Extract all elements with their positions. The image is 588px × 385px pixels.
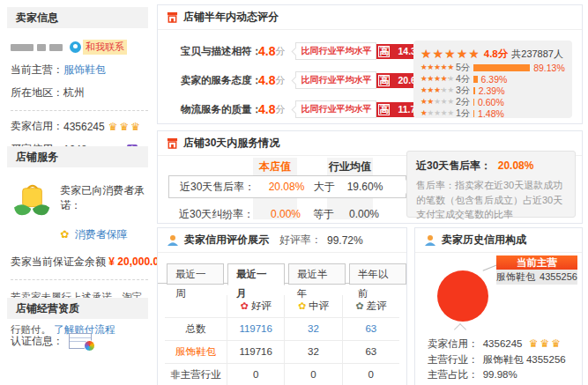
aftersale-rate-row[interactable]: 近30天售后率： 20.08% 大于 19.60% [168, 175, 406, 198]
location-label: 所在地区： [11, 85, 63, 100]
promise-block: 卖家已向消费者承诺： ✿ 消费者保障 [11, 178, 148, 242]
rating-unit: 分 [275, 45, 285, 58]
shop-service-title: 店铺服务 [7, 146, 148, 167]
dist-percent: 0.60% [478, 97, 504, 107]
rating-table: ✿好评 ✿中评 ✿差评 总数 119716 32 63 服饰鞋包 119716 … [165, 295, 399, 385]
certificate-icon[interactable] [69, 333, 92, 349]
history-label: 主营行业： [428, 354, 479, 365]
rating-unit: 分 [275, 103, 285, 116]
higher-badge: 高 [376, 102, 391, 117]
dist-bar [473, 76, 478, 83]
tab-last-week[interactable]: 最近一周 [167, 263, 224, 285]
cell-value-link[interactable]: 63 [365, 323, 376, 334]
service-relation: 大于 [309, 176, 340, 197]
deposit-label: 卖家当前保证金余额 [11, 255, 106, 268]
contact-seller-badge[interactable]: 和我联系 [83, 40, 127, 55]
cell-value: 32 [284, 341, 341, 363]
seller-name-redacted [11, 44, 33, 51]
tab-last-halfyear[interactable]: 最近半年 [288, 263, 346, 285]
history-value: 99.98% [483, 369, 517, 380]
table-row: 非主营行业 0 0 0 [165, 364, 399, 385]
panel-title: 卖家信用评价展示 [184, 233, 269, 248]
credit-history-panel: 卖家历史信用构成 当前主营 服饰鞋包 4355256 卖家信用： 4356245… [414, 227, 583, 385]
star-icons-on: ★★★★★ [421, 98, 435, 106]
dist-percent: 89.13% [533, 63, 565, 73]
star-icons-on: ★★★★★ [421, 86, 442, 94]
history-main-ratio-row: 主营占比： 99.98% [428, 368, 517, 381]
wangwang-icon[interactable] [70, 41, 81, 53]
dist-label: 5分 [456, 62, 473, 74]
consumer-guarantee-link[interactable]: 消费者保障 [75, 228, 128, 241]
seller-name-row: 和我联系 [11, 40, 148, 55]
cell-value-link[interactable]: 119716 [239, 323, 272, 334]
aftersale-detail-box: 近30天售后率： 20.08% 售后率：指卖家在近30天退款成功的笔数（包含售后… [406, 151, 576, 218]
time-range-tabs: 最近一周 最近一月 最近半年 半年以前 [167, 263, 406, 285]
rating-row: 卖家的服务态度： 4.8 分 比同行业平均水平 高 20.66% [181, 71, 435, 89]
cell-value: 0 [227, 364, 284, 385]
summary-stars: ★★★★★★★★★★ 4.8分 共237887人 [421, 46, 565, 62]
distribution-row: ★★★★★★★★★★ 1分 1.48% [421, 107, 565, 119]
tab-last-month[interactable]: 最近一月 [227, 263, 285, 285]
summary-count: 共237887人 [511, 48, 563, 61]
location-value: 杭州 [63, 85, 85, 100]
dist-bar [473, 99, 474, 106]
history-label: 主营占比： [428, 369, 479, 380]
divider [11, 279, 148, 280]
callout-category: 服饰鞋包 [496, 270, 535, 285]
good-rate-label: 好评率： [279, 233, 322, 248]
star-icons-on: ★★★★★ [421, 109, 428, 117]
credit-display-panel: 卖家信用评价展示 好评率： 99.72% 最近一周 最近一月 最近半年 半年以前… [157, 227, 407, 385]
history-label: 卖家信用： [428, 338, 479, 349]
promise-text: 卖家已向消费者承诺： [60, 183, 148, 213]
col-good: 好评 [251, 300, 272, 311]
star-icons-on: ★★★★★ [421, 75, 449, 83]
seller-rating-page: 卖家信息 和我联系 当前主营： 服饰鞋包 所在地区： 杭州 卖家信用： 4356… [0, 0, 588, 385]
rating-row: 宝贝与描述相符： 4.8 分 比同行业平均水平 高 14.34% [181, 42, 435, 60]
table-row: 服饰鞋包 119716 32 63 [165, 341, 399, 364]
dist-bar [473, 87, 475, 94]
row-label: 非主营行业 [165, 364, 227, 385]
seller-credit-value: 4356245 [63, 121, 105, 133]
cell-value-link[interactable]: 32 [308, 323, 319, 334]
rating-score: 4.8 [258, 73, 275, 87]
seller-credit-label: 卖家信用： [11, 119, 63, 134]
dist-label: 4分 [456, 73, 473, 85]
person-icon [424, 234, 436, 247]
panel-title: 店铺30天内服务情况 [183, 136, 279, 151]
dist-label: 3分 [456, 85, 473, 97]
summary-score: 4.8分 [484, 48, 509, 61]
seller-info-section: 卖家信息 和我联系 当前主营： 服饰鞋包 所在地区： 杭州 卖家信用： 4356… [7, 7, 148, 157]
dist-label: 1分 [456, 107, 473, 120]
main-business-row: 当前主营： 服饰鞋包 [11, 63, 148, 78]
rating-unit: 分 [275, 74, 285, 87]
distribution-row: ★★★★★★★★★★ 4分 6.39% [421, 73, 565, 85]
col-bad: 差评 [366, 300, 386, 311]
detail-description: 售后率：指卖家在近30天退款成功的笔数（包含售后成立）占近30天支付宝成交笔数的… [416, 178, 566, 222]
rating-label: 卖家的服务态度： [181, 74, 258, 87]
dist-percent: 2.39% [479, 85, 505, 96]
shop-icon [167, 137, 178, 149]
col-shop-value: 本店值 [253, 159, 297, 174]
distribution-row: ★★★★★★★★★★ 5分 89.13% [421, 62, 565, 73]
qualification-title: 店铺经营资质 [7, 298, 148, 319]
service-row-label: 近30天纠纷率： [168, 205, 264, 223]
service-row-label: 近30天售后率： [169, 176, 264, 197]
rating-label: 宝贝与描述相符： [181, 45, 258, 58]
table-row: 总数 119716 32 63 [165, 318, 399, 341]
person-icon [167, 234, 179, 247]
panel-title: 卖家历史信用构成 [442, 233, 526, 248]
cell-value: 0 [342, 364, 399, 385]
main-business-link[interactable]: 服饰鞋包 [63, 63, 106, 78]
callout-value: 4355256 [540, 270, 577, 285]
star-icons-on: ★★★★★ [421, 63, 456, 71]
star-icons-on: ★★★★★ [421, 48, 478, 60]
service-industry-value: 0.00% [339, 205, 389, 223]
history-value: 服饰鞋包 4355256 [483, 354, 566, 365]
tab-before-halfyear[interactable]: 半年以前 [349, 263, 406, 285]
rating-label: 物流服务的质量： [181, 103, 258, 116]
cert-label: 认证信息： [11, 334, 63, 349]
history-seller-credit-row: 卖家信用： 4356245 ♛♛♛ [428, 337, 562, 351]
history-main-industry-row: 主营行业： 服饰鞋包 4355256 [428, 353, 566, 366]
consumer-guarantee-icon [11, 178, 53, 226]
star-distribution-panel: ★★★★★★★★★★ 4.8分 共237887人 ★★★★★★★★★★ 5分 8… [413, 41, 572, 118]
